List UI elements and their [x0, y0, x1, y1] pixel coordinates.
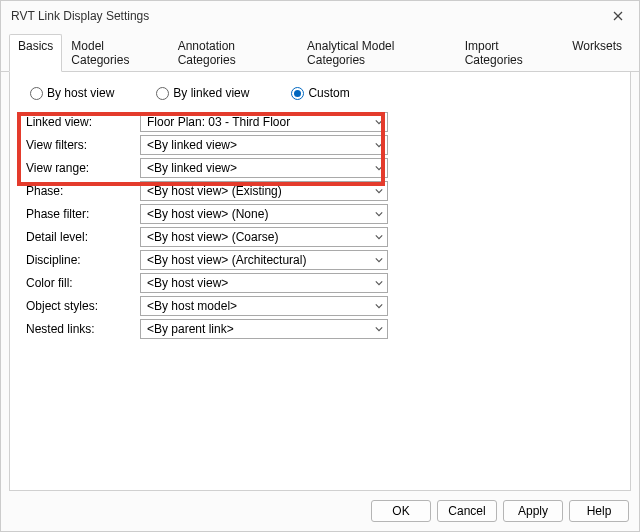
label-nested-links: Nested links:: [24, 322, 136, 336]
tab-strip: Basics Model Categories Annotation Categ…: [1, 33, 639, 72]
combo-value: <By host view> (None): [147, 207, 268, 221]
tab-annotation-categories[interactable]: Annotation Categories: [169, 34, 298, 72]
settings-form: Linked view: Floor Plan: 03 - Third Floo…: [24, 112, 622, 339]
radio-by-host-view[interactable]: By host view: [30, 86, 114, 100]
combo-phase-filter[interactable]: <By host view> (None): [140, 204, 388, 224]
combo-value: <By host view>: [147, 276, 228, 290]
combo-value: <By linked view>: [147, 161, 237, 175]
radio-label: By host view: [47, 86, 114, 100]
ok-button[interactable]: OK: [371, 500, 431, 522]
radio-by-linked-view[interactable]: By linked view: [156, 86, 249, 100]
display-mode-radios: By host view By linked view Custom: [30, 86, 622, 100]
label-phase: Phase:: [24, 184, 136, 198]
combo-view-filters[interactable]: <By linked view>: [140, 135, 388, 155]
chevron-down-icon: [375, 253, 383, 267]
chevron-down-icon: [375, 299, 383, 313]
combo-phase[interactable]: <By host view> (Existing): [140, 181, 388, 201]
help-button[interactable]: Help: [569, 500, 629, 522]
chevron-down-icon: [375, 161, 383, 175]
label-discipline: Discipline:: [24, 253, 136, 267]
combo-linked-view[interactable]: Floor Plan: 03 - Third Floor: [140, 112, 388, 132]
chevron-down-icon: [375, 138, 383, 152]
combo-discipline[interactable]: <By host view> (Architectural): [140, 250, 388, 270]
radio-label: Custom: [308, 86, 349, 100]
window-title: RVT Link Display Settings: [11, 9, 149, 23]
combo-view-range[interactable]: <By linked view>: [140, 158, 388, 178]
combo-nested-links[interactable]: <By parent link>: [140, 319, 388, 339]
tab-model-categories[interactable]: Model Categories: [62, 34, 168, 72]
close-icon: [613, 11, 623, 21]
close-button[interactable]: [605, 6, 631, 26]
radio-label: By linked view: [173, 86, 249, 100]
chevron-down-icon: [375, 322, 383, 336]
chevron-down-icon: [375, 207, 383, 221]
combo-value: <By host view> (Architectural): [147, 253, 306, 267]
chevron-down-icon: [375, 230, 383, 244]
chevron-down-icon: [375, 276, 383, 290]
tab-analytical-model-categories[interactable]: Analytical Model Categories: [298, 34, 456, 72]
chevron-down-icon: [375, 184, 383, 198]
label-object-styles: Object styles:: [24, 299, 136, 313]
combo-value: <By parent link>: [147, 322, 234, 336]
label-linked-view: Linked view:: [24, 115, 136, 129]
combo-value: <By host view> (Coarse): [147, 230, 278, 244]
combo-object-styles[interactable]: <By host model>: [140, 296, 388, 316]
dialog-window: RVT Link Display Settings Basics Model C…: [0, 0, 640, 532]
combo-color-fill[interactable]: <By host view>: [140, 273, 388, 293]
tab-worksets[interactable]: Worksets: [563, 34, 631, 72]
dialog-footer: OK Cancel Apply Help: [1, 497, 639, 531]
chevron-down-icon: [375, 115, 383, 129]
label-detail-level: Detail level:: [24, 230, 136, 244]
cancel-button[interactable]: Cancel: [437, 500, 497, 522]
label-view-range: View range:: [24, 161, 136, 175]
radio-icon: [291, 87, 304, 100]
combo-value: <By host model>: [147, 299, 237, 313]
combo-value: <By linked view>: [147, 138, 237, 152]
radio-icon: [156, 87, 169, 100]
radio-icon: [30, 87, 43, 100]
combo-value: <By host view> (Existing): [147, 184, 282, 198]
radio-custom[interactable]: Custom: [291, 86, 349, 100]
titlebar: RVT Link Display Settings: [1, 1, 639, 31]
label-view-filters: View filters:: [24, 138, 136, 152]
label-phase-filter: Phase filter:: [24, 207, 136, 221]
basics-panel: By host view By linked view Custom Linke…: [9, 72, 631, 491]
combo-value: Floor Plan: 03 - Third Floor: [147, 115, 290, 129]
tab-import-categories[interactable]: Import Categories: [456, 34, 564, 72]
apply-button[interactable]: Apply: [503, 500, 563, 522]
combo-detail-level[interactable]: <By host view> (Coarse): [140, 227, 388, 247]
label-color-fill: Color fill:: [24, 276, 136, 290]
tab-basics[interactable]: Basics: [9, 34, 62, 72]
